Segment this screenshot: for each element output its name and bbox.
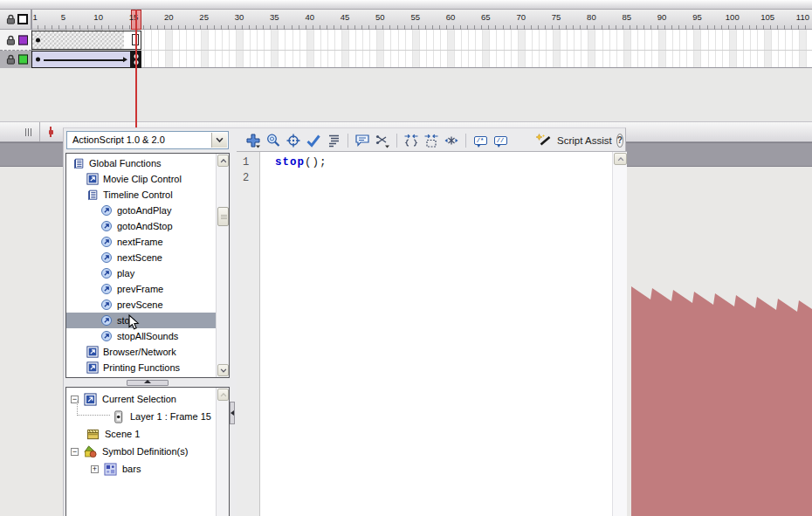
tree-connector	[77, 401, 110, 416]
toolbox-item-nextscene[interactable]: nextScene	[66, 250, 216, 265]
layer-row-green[interactable]	[0, 51, 31, 68]
toolbar-separator	[465, 134, 466, 148]
navigator-item-bars[interactable]: + bars	[66, 460, 229, 478]
mouse-cursor	[128, 314, 140, 331]
layer2-tween-span[interactable]	[31, 51, 141, 68]
toolbox-scrollbar[interactable]	[216, 154, 229, 377]
toolbox-item-play[interactable]: play	[66, 265, 216, 281]
script-editor-pane[interactable]: 1 2 stop();	[237, 151, 627, 516]
lock-icon[interactable]	[5, 34, 17, 45]
collapse-expander[interactable]: −	[71, 448, 79, 456]
line-number: 2	[237, 170, 259, 186]
toolbox-item-movie-clip-control[interactable]: Movie Clip Control	[66, 171, 216, 187]
category-icon	[86, 173, 99, 185]
scroll-up-button[interactable]	[614, 153, 627, 165]
function-icon	[100, 283, 113, 295]
toolbox-item-label: prevScene	[117, 299, 163, 310]
toolbar-separator	[348, 134, 348, 148]
sawtooth-shape[interactable]	[631, 286, 812, 516]
dropdown-button[interactable]	[211, 133, 227, 148]
line-comment-glyph: //	[494, 136, 507, 145]
playhead-line[interactable]	[135, 10, 137, 128]
flash-ide-window: 1510152025303540455055606570758085909510…	[0, 0, 812, 516]
lock-icon[interactable]	[5, 54, 17, 65]
navigator-scrollbar[interactable]	[216, 388, 229, 516]
scroll-up-button[interactable]	[217, 389, 229, 401]
navigator-item-label: Symbol Definition(s)	[102, 446, 188, 457]
toolbox-item-browser-network[interactable]: Browser/Network	[66, 344, 216, 360]
scrollbar-thumb[interactable]	[217, 207, 229, 226]
toolbox-item-nextframe[interactable]: nextFrame	[66, 234, 216, 250]
layer-row-purple[interactable]	[0, 30, 31, 51]
symbol-definitions-icon	[84, 445, 97, 458]
toolbox-item-stopallsounds[interactable]: stopAllSounds	[66, 328, 216, 344]
toolbox-item-printing-functions[interactable]: Printing Functions	[66, 360, 216, 375]
toolbox-item-label: prevFrame	[117, 284, 163, 294]
toolbox-item-label: play	[117, 268, 134, 279]
outline-column-icon[interactable]	[17, 14, 28, 24]
debug-options-icon[interactable]	[375, 133, 390, 148]
script-assist-button[interactable]: Script Assist	[535, 133, 612, 148]
book-icon	[86, 189, 99, 201]
navigator-item-label: Layer 1 : Frame 15	[130, 411, 211, 422]
toolbox-item-label: stopAllSounds	[117, 331, 178, 341]
toolbox-item-prevframe[interactable]: prevFrame	[66, 281, 216, 297]
toolbox-item-gotoandstop[interactable]: gotoAndStop	[66, 218, 216, 234]
actionscript-version-select[interactable]: ActionScript 1.0 & 2.0	[66, 131, 229, 149]
toolbox-item-prevscene[interactable]: prevScene	[66, 297, 216, 313]
status-divider	[39, 122, 40, 141]
line-number-gutter: 1 2	[237, 152, 260, 516]
scroll-down-button[interactable]	[217, 364, 229, 376]
function-icon	[100, 220, 113, 232]
editor-scrollbar[interactable]	[612, 152, 627, 516]
code-token: ();	[305, 156, 327, 169]
stage-artwork[interactable]	[627, 262, 812, 516]
layer1-frame-span[interactable]	[31, 31, 141, 50]
find-icon[interactable]	[265, 133, 281, 148]
collapse-up-arrow-icon	[144, 380, 151, 383]
panes-splitter[interactable]	[65, 379, 230, 387]
category-icon	[86, 346, 99, 358]
toolbox-item-gotoandplay[interactable]: gotoAndPlay	[66, 203, 216, 218]
layer-color-swatch[interactable]	[18, 35, 28, 45]
layer-color-swatch[interactable]	[18, 55, 28, 65]
apply-block-comment-icon[interactable]: /*	[472, 133, 488, 148]
insert-target-path-icon[interactable]	[286, 133, 301, 148]
navigator-item-label: bars	[122, 464, 141, 474]
panel-collapse-grip[interactable]	[230, 402, 235, 424]
category-icon	[86, 361, 99, 374]
timeline-frames-grid[interactable]	[31, 30, 812, 68]
auto-format-icon[interactable]	[326, 133, 341, 148]
toolbox-item-label: nextScene	[117, 252, 162, 263]
scene-icon	[86, 428, 100, 441]
script-assist-label: Script Assist	[557, 135, 612, 146]
keyframe-dot	[36, 58, 40, 62]
script-navigator: − Current Selection Layer 1 : Frame 15 S…	[65, 387, 230, 516]
navigator-item-layer1-frame15[interactable]: Layer 1 : Frame 15	[66, 408, 229, 425]
show-code-hint-icon[interactable]	[354, 133, 370, 148]
frame-icon	[112, 410, 125, 423]
toolbox-item-label: gotoAndPlay	[117, 205, 171, 216]
scroll-up-button[interactable]	[217, 155, 229, 167]
lock-column-icon[interactable]	[5, 14, 17, 25]
navigator-item-symbol-definitions[interactable]: − Symbol Definition(s)	[66, 443, 229, 460]
check-syntax-icon[interactable]	[306, 133, 321, 148]
toolbox-item-stop[interactable]: stop	[66, 313, 216, 328]
collapse-selection-icon[interactable]	[423, 133, 439, 148]
add-script-item-icon[interactable]	[245, 133, 261, 148]
center-frame-icon[interactable]	[25, 128, 33, 136]
code-line-2[interactable]	[275, 170, 612, 186]
navigator-item-scene1[interactable]: Scene 1	[66, 425, 229, 443]
collapse-between-braces-icon[interactable]	[403, 133, 419, 148]
help-button[interactable]: ?	[616, 134, 623, 148]
toolbox-item-label: Movie Clip Control	[103, 174, 182, 184]
expand-all-icon[interactable]	[444, 133, 459, 148]
frame-row-separator	[31, 50, 812, 51]
toolbox-item-global-functions[interactable]: Global Functions	[66, 155, 216, 171]
toolbox-item-timeline-control[interactable]: Timeline Control	[66, 187, 216, 203]
expand-expander[interactable]: +	[91, 465, 99, 473]
code-area[interactable]: stop();	[261, 152, 612, 516]
function-icon	[100, 236, 113, 248]
code-line-1[interactable]: stop();	[275, 155, 612, 170]
apply-line-comment-icon[interactable]: //	[492, 133, 508, 148]
